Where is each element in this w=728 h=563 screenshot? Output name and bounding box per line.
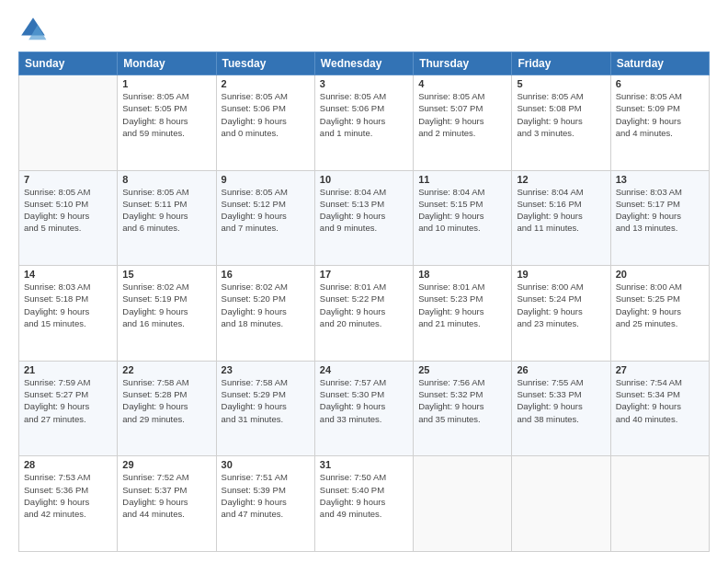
- calendar-cell: 12Sunrise: 8:04 AM Sunset: 5:16 PM Dayli…: [512, 170, 610, 266]
- day-number: 27: [616, 364, 704, 375]
- calendar-cell: 9Sunrise: 8:05 AM Sunset: 5:12 PM Daylig…: [216, 170, 314, 266]
- calendar-cell: 18Sunrise: 8:01 AM Sunset: 5:23 PM Dayli…: [414, 266, 512, 362]
- calendar-header-row: SundayMondayTuesdayWednesdayThursdayFrid…: [19, 52, 710, 75]
- day-info: Sunrise: 7:59 AM Sunset: 5:27 PM Dayligh…: [24, 376, 112, 425]
- weekday-header-monday: Monday: [118, 52, 216, 75]
- day-info: Sunrise: 7:58 AM Sunset: 5:29 PM Dayligh…: [222, 376, 310, 425]
- calendar-cell: [19, 75, 118, 171]
- day-info: Sunrise: 7:51 AM Sunset: 5:39 PM Dayligh…: [222, 471, 310, 520]
- calendar-cell: 8Sunrise: 8:05 AM Sunset: 5:11 PM Daylig…: [118, 170, 216, 266]
- day-info: Sunrise: 7:53 AM Sunset: 5:36 PM Dayligh…: [24, 471, 112, 520]
- calendar-week-3: 14Sunrise: 8:03 AM Sunset: 5:18 PM Dayli…: [19, 266, 710, 362]
- day-number: 24: [320, 364, 408, 375]
- weekday-header-sunday: Sunday: [19, 52, 118, 75]
- day-info: Sunrise: 8:05 AM Sunset: 5:06 PM Dayligh…: [222, 90, 310, 139]
- day-info: Sunrise: 7:55 AM Sunset: 5:33 PM Dayligh…: [517, 376, 605, 425]
- day-info: Sunrise: 8:00 AM Sunset: 5:25 PM Dayligh…: [616, 281, 704, 329]
- calendar-cell: 23Sunrise: 7:58 AM Sunset: 5:29 PM Dayli…: [216, 361, 314, 456]
- calendar-cell: 7Sunrise: 8:05 AM Sunset: 5:10 PM Daylig…: [19, 170, 118, 266]
- day-number: 7: [24, 174, 112, 185]
- calendar-cell: 26Sunrise: 7:55 AM Sunset: 5:33 PM Dayli…: [512, 361, 610, 456]
- day-info: Sunrise: 8:04 AM Sunset: 5:13 PM Dayligh…: [320, 186, 408, 235]
- day-info: Sunrise: 8:04 AM Sunset: 5:15 PM Dayligh…: [418, 186, 506, 235]
- day-info: Sunrise: 7:54 AM Sunset: 5:34 PM Dayligh…: [616, 376, 704, 425]
- day-info: Sunrise: 8:05 AM Sunset: 5:11 PM Dayligh…: [122, 186, 210, 235]
- day-info: Sunrise: 7:52 AM Sunset: 5:37 PM Dayligh…: [122, 471, 210, 520]
- calendar-week-5: 28Sunrise: 7:53 AM Sunset: 5:36 PM Dayli…: [19, 456, 710, 552]
- day-info: Sunrise: 8:05 AM Sunset: 5:07 PM Dayligh…: [418, 90, 506, 139]
- day-info: Sunrise: 8:00 AM Sunset: 5:24 PM Dayligh…: [517, 281, 605, 329]
- calendar-cell: 29Sunrise: 7:52 AM Sunset: 5:37 PM Dayli…: [118, 456, 216, 552]
- logo: [18, 15, 51, 44]
- day-info: Sunrise: 8:01 AM Sunset: 5:22 PM Dayligh…: [320, 281, 408, 329]
- day-number: 28: [24, 459, 112, 470]
- day-number: 3: [320, 78, 408, 89]
- day-number: 17: [320, 269, 408, 280]
- weekday-header-wednesday: Wednesday: [314, 52, 413, 75]
- day-number: 1: [122, 78, 210, 89]
- day-number: 14: [24, 269, 112, 280]
- calendar-cell: 13Sunrise: 8:03 AM Sunset: 5:17 PM Dayli…: [610, 170, 709, 266]
- day-number: 10: [320, 174, 408, 185]
- day-number: 22: [122, 364, 210, 375]
- calendar-cell: 10Sunrise: 8:04 AM Sunset: 5:13 PM Dayli…: [314, 170, 413, 266]
- calendar-cell: 11Sunrise: 8:04 AM Sunset: 5:15 PM Dayli…: [414, 170, 512, 266]
- day-info: Sunrise: 7:58 AM Sunset: 5:28 PM Dayligh…: [122, 376, 210, 425]
- day-number: 29: [122, 459, 210, 470]
- calendar-cell: 28Sunrise: 7:53 AM Sunset: 5:36 PM Dayli…: [19, 456, 118, 552]
- day-number: 23: [222, 364, 310, 375]
- calendar-week-4: 21Sunrise: 7:59 AM Sunset: 5:27 PM Dayli…: [19, 361, 710, 456]
- calendar-week-1: 1Sunrise: 8:05 AM Sunset: 5:05 PM Daylig…: [19, 75, 710, 171]
- calendar-cell: 20Sunrise: 8:00 AM Sunset: 5:25 PM Dayli…: [610, 266, 709, 362]
- calendar-week-2: 7Sunrise: 8:05 AM Sunset: 5:10 PM Daylig…: [19, 170, 710, 266]
- calendar-cell: 2Sunrise: 8:05 AM Sunset: 5:06 PM Daylig…: [216, 75, 314, 171]
- calendar-cell: 30Sunrise: 7:51 AM Sunset: 5:39 PM Dayli…: [216, 456, 314, 552]
- header: [18, 15, 710, 44]
- weekday-header-saturday: Saturday: [610, 52, 709, 75]
- page: SundayMondayTuesdayWednesdayThursdayFrid…: [0, 0, 728, 563]
- day-info: Sunrise: 8:02 AM Sunset: 5:20 PM Dayligh…: [222, 281, 310, 329]
- calendar-cell: 21Sunrise: 7:59 AM Sunset: 5:27 PM Dayli…: [19, 361, 118, 456]
- day-number: 12: [517, 174, 605, 185]
- weekday-header-thursday: Thursday: [414, 52, 512, 75]
- calendar-cell: [414, 456, 512, 552]
- day-number: 2: [222, 78, 310, 89]
- calendar-cell: 24Sunrise: 7:57 AM Sunset: 5:30 PM Dayli…: [314, 361, 413, 456]
- calendar-cell: 16Sunrise: 8:02 AM Sunset: 5:20 PM Dayli…: [216, 266, 314, 362]
- day-info: Sunrise: 8:05 AM Sunset: 5:10 PM Dayligh…: [24, 186, 112, 235]
- day-info: Sunrise: 7:56 AM Sunset: 5:32 PM Dayligh…: [418, 376, 506, 425]
- day-info: Sunrise: 8:05 AM Sunset: 5:12 PM Dayligh…: [222, 186, 310, 235]
- day-info: Sunrise: 8:04 AM Sunset: 5:16 PM Dayligh…: [517, 186, 605, 235]
- calendar-cell: 31Sunrise: 7:50 AM Sunset: 5:40 PM Dayli…: [314, 456, 413, 552]
- weekday-header-friday: Friday: [512, 52, 610, 75]
- calendar-cell: 6Sunrise: 8:05 AM Sunset: 5:09 PM Daylig…: [610, 75, 709, 171]
- day-number: 20: [616, 269, 704, 280]
- day-info: Sunrise: 8:05 AM Sunset: 5:05 PM Dayligh…: [122, 90, 210, 139]
- day-number: 8: [122, 174, 210, 185]
- calendar-cell: [512, 456, 610, 552]
- weekday-header-tuesday: Tuesday: [216, 52, 314, 75]
- day-number: 30: [222, 459, 310, 470]
- calendar-cell: 15Sunrise: 8:02 AM Sunset: 5:19 PM Dayli…: [118, 266, 216, 362]
- calendar-cell: [610, 456, 709, 552]
- day-number: 11: [418, 174, 506, 185]
- calendar-table: SundayMondayTuesdayWednesdayThursdayFrid…: [18, 52, 710, 552]
- day-number: 13: [616, 174, 704, 185]
- calendar-cell: 17Sunrise: 8:01 AM Sunset: 5:22 PM Dayli…: [314, 266, 413, 362]
- day-number: 5: [517, 78, 605, 89]
- day-info: Sunrise: 7:50 AM Sunset: 5:40 PM Dayligh…: [320, 471, 408, 520]
- day-info: Sunrise: 8:05 AM Sunset: 5:08 PM Dayligh…: [517, 90, 605, 139]
- calendar-cell: 5Sunrise: 8:05 AM Sunset: 5:08 PM Daylig…: [512, 75, 610, 171]
- calendar-cell: 27Sunrise: 7:54 AM Sunset: 5:34 PM Dayli…: [610, 361, 709, 456]
- day-info: Sunrise: 7:57 AM Sunset: 5:30 PM Dayligh…: [320, 376, 408, 425]
- calendar-cell: 25Sunrise: 7:56 AM Sunset: 5:32 PM Dayli…: [414, 361, 512, 456]
- logo-icon: [18, 15, 48, 44]
- calendar-cell: 1Sunrise: 8:05 AM Sunset: 5:05 PM Daylig…: [118, 75, 216, 171]
- day-number: 25: [418, 364, 506, 375]
- day-number: 9: [222, 174, 310, 185]
- calendar-cell: 19Sunrise: 8:00 AM Sunset: 5:24 PM Dayli…: [512, 266, 610, 362]
- day-info: Sunrise: 8:02 AM Sunset: 5:19 PM Dayligh…: [122, 281, 210, 329]
- day-number: 15: [122, 269, 210, 280]
- day-info: Sunrise: 8:05 AM Sunset: 5:06 PM Dayligh…: [320, 90, 408, 139]
- calendar-cell: 4Sunrise: 8:05 AM Sunset: 5:07 PM Daylig…: [414, 75, 512, 171]
